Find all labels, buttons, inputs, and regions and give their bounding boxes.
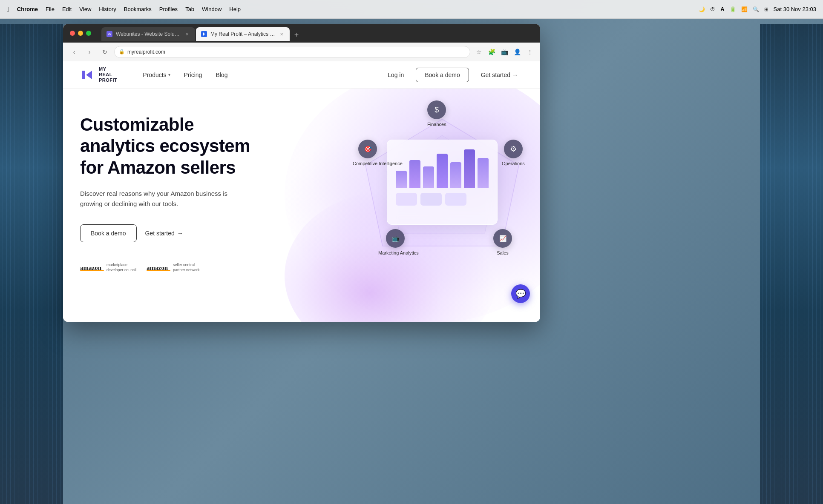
menubar-a-icon: A — [720, 6, 724, 12]
partner-text-2: seller centralpartner network — [173, 263, 200, 272]
new-tab-button[interactable]: + — [291, 29, 302, 41]
close-button[interactable] — [70, 31, 75, 36]
chart-bar-2 — [409, 160, 420, 188]
partner-text-1: marketplacedeveloper council — [106, 263, 136, 272]
back-button[interactable]: ‹ — [68, 46, 80, 58]
get-started-arrow-icon: → — [512, 72, 518, 78]
tab-2-favicon — [201, 31, 207, 37]
menubar-window[interactable]: Window — [202, 6, 222, 12]
menubar-view[interactable]: View — [79, 6, 91, 12]
nav-products[interactable]: Products ▾ — [143, 72, 170, 78]
partner-logos: amazon marketplacedeveloper council amaz… — [80, 263, 250, 272]
svg-marker-2 — [86, 71, 92, 79]
dashboard-card — [387, 140, 498, 225]
menubar-app-name[interactable]: Chrome — [17, 6, 38, 12]
menubar-tab[interactable]: Tab — [185, 6, 194, 12]
menubar-profiles[interactable]: Profiles — [159, 6, 178, 12]
tab-2-close[interactable]: ✕ — [279, 31, 285, 37]
hero-title: Customizable analytics ecosystem for Ama… — [80, 114, 250, 178]
sales-icon: 📈 — [493, 229, 512, 248]
menubar-screentime-icon: ⏱ — [710, 6, 715, 12]
extensions-icon[interactable]: 🧩 — [486, 47, 497, 57]
menubar-bookmarks[interactable]: Bookmarks — [124, 6, 152, 12]
tab-2[interactable]: My Real Profit – Analytics Ec... ✕ — [196, 27, 290, 41]
nav-pricing[interactable]: Pricing — [184, 72, 202, 78]
operations-label: Operations — [502, 161, 525, 166]
toolbar-icons: ☆ 🧩 📺 👤 ⋮ — [474, 47, 535, 57]
url-text: myrealprofit.com — [127, 49, 165, 55]
stat-1 — [396, 193, 417, 206]
chart-bar-6 — [464, 149, 475, 188]
logo-icon — [80, 67, 95, 83]
browser-toolbar: ‹ › ↻ 🔒 myrealprofit.com ☆ 🧩 📺 👤 ⋮ — [63, 43, 540, 61]
refresh-button[interactable]: ↻ — [99, 46, 111, 58]
menubar-battery-icon: 🔋 — [730, 6, 736, 12]
login-button[interactable]: Log in — [383, 68, 409, 82]
menubar-moon-icon: 🌙 — [699, 6, 705, 12]
forward-button[interactable]: › — [83, 46, 95, 58]
tab-bar: W Webunites - Website Solutio... ✕ My Re… — [98, 26, 306, 41]
menubar-history[interactable]: History — [99, 6, 116, 12]
website-content: MY REAL PROFIT Products ▾ Pricing Blog — [63, 61, 540, 322]
menubar-control-center[interactable]: ⊞ — [764, 6, 768, 12]
hero-diagram: $ Finances ⚙ Operations 📈 Sales — [353, 97, 532, 310]
desktop:  Chrome File Edit View History Bookmark… — [0, 0, 823, 504]
maximize-button[interactable] — [86, 31, 91, 36]
svg-rect-1 — [82, 71, 85, 79]
node-finances: $ Finances — [427, 100, 446, 127]
chart-bar-4 — [437, 154, 448, 188]
tab-1-close[interactable]: ✕ — [184, 31, 190, 37]
menubar-help[interactable]: Help — [229, 6, 241, 12]
menubar-right: 🌙 ⏱ A 🔋 📶 🔍 ⊞ Sat 30 Nov 23:03 — [699, 6, 816, 12]
hero-section: Customizable analytics ecosystem for Ama… — [63, 89, 540, 322]
menubar-file[interactable]: File — [46, 6, 55, 12]
traffic-lights — [70, 31, 91, 36]
chart-bar-5 — [450, 162, 461, 188]
chat-widget[interactable]: 💬 — [511, 284, 530, 303]
node-marketing: 📺 Marketing Analytics — [378, 229, 412, 255]
lock-icon: 🔒 — [119, 49, 125, 54]
node-competitive: 🎯 Competitive Intelligence — [353, 140, 383, 166]
products-chevron-icon: ▾ — [168, 72, 170, 77]
menubar-search-icon[interactable]: 🔍 — [753, 6, 759, 12]
side-decoration-left — [0, 24, 63, 504]
site-nav-links: Products ▾ Pricing Blog — [143, 72, 383, 78]
competitive-icon: 🎯 — [358, 140, 377, 158]
operations-icon: ⚙ — [504, 140, 523, 158]
get-started-button[interactable]: Get started → — [476, 68, 523, 82]
chat-icon: 💬 — [515, 289, 526, 299]
hero-demo-button[interactable]: Book a demo — [80, 224, 137, 242]
hero-started-button[interactable]: Get started → — [145, 230, 183, 237]
browser-window: W Webunites - Website Solutio... ✕ My Re… — [63, 24, 540, 322]
tab-2-label: My Real Profit – Analytics Ec... — [210, 31, 275, 37]
site-nav: MY REAL PROFIT Products ▾ Pricing Blog — [63, 61, 540, 89]
logo-text: MY REAL PROFIT — [99, 66, 117, 83]
cast-icon[interactable]: 📺 — [499, 47, 509, 57]
sales-label: Sales — [497, 250, 509, 255]
nav-demo-button[interactable]: Book a demo — [416, 68, 469, 82]
chart-bar-3 — [423, 166, 434, 188]
address-bar[interactable]: 🔒 myrealprofit.com — [114, 46, 470, 58]
finances-label: Finances — [427, 122, 446, 127]
stat-2 — [420, 193, 442, 206]
profile-icon[interactable]: 👤 — [512, 47, 522, 57]
partner-marketplace: amazon marketplacedeveloper council — [80, 263, 136, 272]
minimize-button[interactable] — [78, 31, 83, 36]
apple-menu[interactable]:  — [7, 6, 9, 13]
menubar-wifi-icon: 📶 — [741, 6, 748, 12]
menu-icon[interactable]: ⋮ — [525, 47, 535, 57]
hero-started-arrow-icon: → — [177, 230, 183, 237]
chart-bar-1 — [396, 171, 407, 188]
chart-bar-7 — [478, 158, 489, 188]
site-logo[interactable]: MY REAL PROFIT — [80, 66, 117, 83]
browser-chrome: W Webunites - Website Solutio... ✕ My Re… — [63, 24, 540, 61]
browser-titlebar: W Webunites - Website Solutio... ✕ My Re… — [63, 24, 540, 43]
hero-actions: Book a demo Get started → — [80, 224, 250, 242]
hero-content: Customizable analytics ecosystem for Ama… — [63, 89, 250, 322]
menubar-edit[interactable]: Edit — [62, 6, 72, 12]
tab-1[interactable]: W Webunites - Website Solutio... ✕ — [101, 27, 195, 41]
tab-1-favicon: W — [106, 31, 112, 37]
partner-seller-central: amazon seller centralpartner network — [147, 263, 200, 272]
bookmark-star-icon[interactable]: ☆ — [474, 47, 484, 57]
nav-blog[interactable]: Blog — [216, 72, 227, 78]
